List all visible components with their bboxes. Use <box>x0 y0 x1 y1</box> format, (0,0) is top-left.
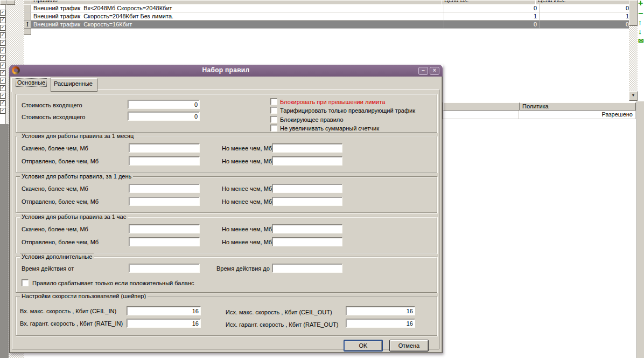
row-selector[interactable] <box>24 4 31 12</box>
time-to-label: Время действия до <box>216 265 270 272</box>
move-down-icon[interactable]: ↓ <box>638 28 644 36</box>
tab-page-main: Стоимость входящего Стоимость исходящего… <box>12 90 439 349</box>
hour-uploaded-more-input[interactable] <box>129 237 200 246</box>
block-over-limit-checkbox[interactable] <box>270 98 277 105</box>
left-list-checkbox[interactable]: ✓ <box>0 93 5 99</box>
ceil-out-input[interactable] <box>346 306 415 315</box>
policy-header-empty[interactable] <box>443 102 520 111</box>
price-in-cell[interactable]: 0 <box>444 4 540 12</box>
scrollbar-thumb[interactable] <box>629 0 638 26</box>
close-button[interactable]: × <box>430 67 439 75</box>
left-list-checkbox[interactable]: ✓ <box>0 25 5 31</box>
block-over-limit-label: Блокировать при превышении лимита <box>280 99 385 106</box>
day-downloaded-less-input[interactable] <box>272 184 342 193</box>
left-list-checkbox[interactable]: ✓ <box>0 47 5 53</box>
downloaded-more-label: Скачено, более чем, Мб <box>22 226 88 233</box>
rate-in-label: Вх. гарант. скорость , Кбит (RATE_IN) <box>20 320 123 327</box>
row-selector-marker[interactable]: I <box>24 20 31 29</box>
positive-balance-checkbox[interactable] <box>22 279 29 286</box>
policy-row[interactable]: Разрешено <box>443 111 636 119</box>
mail-icon[interactable]: ✉ <box>638 38 644 45</box>
dialog-titlebar[interactable]: Набор правил – × <box>9 65 443 77</box>
price-out-cell[interactable]: 0 <box>540 4 632 12</box>
cancel-button[interactable]: Отмена <box>389 340 429 352</box>
left-list-checkbox[interactable]: ✓ <box>0 17 5 23</box>
group-title: Настройки скорости пользователей (шейпер… <box>20 293 148 300</box>
policy-header[interactable]: Политика <box>520 102 636 111</box>
rules-dialog: Набор правил – × Основные Расширенные Ст… <box>9 65 443 353</box>
hour-downloaded-more-input[interactable] <box>129 224 200 233</box>
left-list-checkbox[interactable]: ✓ <box>0 108 5 114</box>
outgoing-cost-input[interactable] <box>128 112 200 121</box>
group-costs: Стоимость входящего Стоимость исходящего… <box>16 94 437 133</box>
tariff-prevailing-checkbox[interactable] <box>270 107 277 114</box>
tab-advanced[interactable]: Расширенные <box>49 78 97 92</box>
incoming-cost-label: Стоимость входящего <box>22 102 82 109</box>
policy-value-cell: Разрешено <box>519 111 636 119</box>
rate-out-input[interactable] <box>346 319 415 328</box>
group-month-conditions: Условия для работы правила за 1 месяц Ск… <box>16 136 437 173</box>
row-selector[interactable] <box>24 12 31 20</box>
ceil-in-label: Вх. макс. скорость , Кбит (CEIL_IN) <box>20 308 116 315</box>
group-hour-conditions: Условия для работы правила за 1 час Скач… <box>16 217 437 253</box>
move-up-icon[interactable]: ↑ <box>638 19 644 26</box>
left-list-checkbox[interactable]: ✓ <box>0 40 5 46</box>
add-icon[interactable]: + <box>638 0 644 8</box>
blocking-rule-checkbox[interactable] <box>270 116 277 123</box>
downloaded-more-label: Скачено, более чем, Мб <box>22 185 88 192</box>
ceil-out-label: Исх. макс. скорость , Кбит (CEIL_OUT) <box>226 309 332 316</box>
tab-main[interactable]: Основные <box>11 77 51 92</box>
price-in-cell[interactable]: 0 <box>444 20 540 29</box>
left-list-checkbox[interactable]: ✓ <box>0 78 5 84</box>
day-uploaded-less-input[interactable] <box>272 197 342 206</box>
ok-button[interactable]: OK <box>344 340 383 352</box>
price-in-cell[interactable]: 1 <box>444 12 540 20</box>
left-list-checkbox[interactable]: ✓ <box>0 63 5 68</box>
positive-balance-label: Правило срабатывает только если положите… <box>32 280 194 287</box>
hour-downloaded-less-input[interactable] <box>272 224 342 233</box>
left-list-checkbox[interactable]: ✓ <box>0 70 5 76</box>
month-uploaded-less-input[interactable] <box>272 156 342 166</box>
rules-table-scrollbar[interactable]: ▼ <box>629 0 638 100</box>
left-list-checkbox[interactable]: ✓ <box>0 85 5 91</box>
left-list-checkbox[interactable]: ✓ <box>0 32 5 38</box>
month-uploaded-more-input[interactable] <box>129 156 200 166</box>
month-downloaded-more-input[interactable] <box>129 143 200 153</box>
hour-uploaded-less-input[interactable] <box>272 237 342 246</box>
group-title: Условия для работы правила за 1 месяц <box>20 133 135 140</box>
uploaded-more-label: Отправлено, более чем, Мб <box>22 198 99 205</box>
rule-cell[interactable]: Внешний трафик Скорость=2048Кбит Без лим… <box>31 12 444 20</box>
price-out-cell[interactable]: 1 <box>540 12 632 20</box>
day-uploaded-more-input[interactable] <box>129 197 200 206</box>
minimize-button[interactable]: – <box>418 67 428 75</box>
right-edge-panel <box>636 101 644 358</box>
no-total-counter-checkbox[interactable] <box>270 125 277 132</box>
remove-icon[interactable]: − <box>638 10 644 17</box>
policy-empty-cell <box>443 111 519 119</box>
left-checkbox-list: ✓✓✓✓✓✓✓✓✓✓✓✓✓✓ <box>0 8 5 115</box>
group-title: Условия дополнительные <box>20 253 94 260</box>
left-edge-panel <box>0 124 9 358</box>
side-toolbar: + − ↑ ↓ ✉ <box>638 0 644 100</box>
table-row-selected[interactable]: I Внешний трафик Скорость=16Кбит 0 0 <box>24 20 632 29</box>
table-row[interactable]: Внешний трафик Вх<2048Мб Скорость=2048Кб… <box>24 4 632 12</box>
month-downloaded-less-input[interactable] <box>272 143 342 153</box>
scrollbar-down-button[interactable]: ▼ <box>629 91 638 101</box>
screen: ✓✓✓✓✓✓✓✓✓✓✓✓✓✓ Правило Цена Вх. Цена Исх… <box>0 0 644 358</box>
left-list-checkbox[interactable]: ✓ <box>0 55 5 61</box>
left-list-checkbox[interactable]: ✓ <box>0 10 5 16</box>
blocking-rule-label: Блокирующее правило <box>280 116 344 123</box>
rate-in-input[interactable] <box>127 319 201 328</box>
incoming-cost-input[interactable] <box>128 100 200 109</box>
left-list-checkbox[interactable]: ✓ <box>0 100 5 106</box>
time-to-input[interactable] <box>272 264 342 273</box>
rule-cell[interactable]: Внешний трафик Вх<2048Мб Скорость=2048Кб… <box>31 4 444 12</box>
time-from-input[interactable] <box>129 264 200 273</box>
ceil-in-input[interactable] <box>127 306 201 315</box>
group-title: Условия для работы правила за 1 час <box>20 214 128 221</box>
table-row[interactable]: Внешний трафик Скорость=2048Кбит Без лим… <box>24 12 632 20</box>
group-extra-conditions: Условия дополнительные Время действия от… <box>16 257 437 293</box>
price-out-cell[interactable]: 0 <box>540 20 632 29</box>
day-downloaded-more-input[interactable] <box>129 184 200 193</box>
rule-cell[interactable]: Внешний трафик Скорость=16Кбит <box>31 20 444 29</box>
